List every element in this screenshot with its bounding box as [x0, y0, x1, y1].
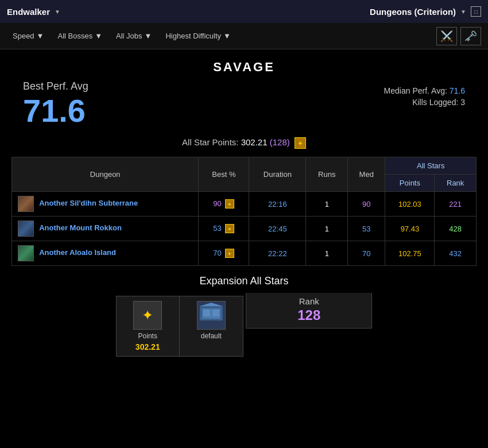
- col-duration: Duration: [249, 157, 306, 192]
- nav-icon-key[interactable]: 🗝️: [460, 27, 481, 45]
- duration-sil: 22:16: [249, 192, 306, 217]
- expansion-cards: ✦ Points 302.21: [116, 296, 243, 357]
- exp-points-value: 302.21: [135, 342, 160, 352]
- med-rok: 53: [348, 217, 385, 241]
- table-row: Another Sil'dihn Subterrane 90 ✦ 22:16 1…: [12, 192, 477, 217]
- expansion-title-label: Expansion All Stars: [11, 275, 477, 287]
- best-pct-alo: 70 ✦: [199, 241, 249, 266]
- nav-speed-arrow: ▼: [37, 32, 44, 40]
- duration-rok: 22:45: [249, 217, 306, 241]
- right-stats: Median Perf. Avg: 71.6 Kills Logged: 3: [384, 80, 465, 109]
- best-pct-sil: 90 ✦: [199, 192, 249, 217]
- runs-rok: 1: [306, 217, 348, 241]
- dungeon-name-rok[interactable]: Another Mount Rokkon: [12, 217, 199, 241]
- dungeon-thumb-rok: [18, 221, 34, 237]
- nav-item-all-bosses[interactable]: All Bosses ▼: [52, 29, 108, 43]
- savage-header: SAVAGE: [11, 49, 477, 80]
- best-perf-label: Best Perf. Avg: [23, 80, 384, 92]
- star-icon-alo: ✦: [225, 249, 234, 258]
- rank-sil: 221: [435, 192, 477, 217]
- nav-item-highest-difficulty[interactable]: Highest Difficulty ▼: [160, 29, 236, 43]
- dungeon-label-alo: Another Aloalo Island: [39, 248, 116, 257]
- top-bar-left: Endwalker ▼: [7, 7, 60, 17]
- expansion-all-stars: Expansion All Stars ✦ Points 302.21: [11, 275, 477, 357]
- table-row: Another Mount Rokkon 53 ✦ 22:45 1 53 97.…: [12, 217, 477, 241]
- nav-icons: ⚔️ 🗝️: [436, 27, 481, 45]
- asp-value: 302.21: [241, 137, 268, 147]
- median-perf-value: 71.6: [450, 86, 465, 95]
- best-perf-value: 71.6: [23, 95, 384, 127]
- col-dungeon: Dungeon: [12, 157, 199, 192]
- dungeon-label-rok: Another Mount Rokkon: [39, 223, 122, 232]
- rank-value: 128: [246, 307, 371, 328]
- content-type-title[interactable]: Dungeons (Criterion): [370, 7, 456, 17]
- window-button[interactable]: □: [471, 6, 481, 17]
- best-pct-rok: 53 ✦: [199, 217, 249, 241]
- col-med: Med: [348, 157, 385, 192]
- median-perf-label: Median Perf. Avg:: [384, 86, 447, 95]
- runs-alo: 1: [306, 241, 348, 266]
- exp-card-dungeon: default: [180, 296, 243, 356]
- expansion-dropdown-icon[interactable]: ▼: [55, 9, 60, 15]
- stats-section: Best Perf. Avg 71.6 Median Perf. Avg: 71…: [11, 80, 477, 133]
- col-runs: Runs: [306, 157, 348, 192]
- asp-star-icon: ✦: [295, 137, 306, 149]
- all-star-points: All Star Points: 302.21 (128) ✦: [11, 133, 477, 157]
- kills-label: Kills Logged:: [412, 98, 458, 107]
- nav-bar: Speed ▼ All Bosses ▼ All Jobs ▼ Highest …: [0, 23, 488, 49]
- nav-difficulty-label: Highest Difficulty: [165, 32, 221, 40]
- points-rok: 97.43: [385, 217, 435, 241]
- svg-rect-3: [203, 310, 210, 316]
- dungeon-table: Dungeon Best % Duration Runs Med All Sta…: [11, 157, 477, 266]
- exp-points-label: Points: [138, 332, 157, 340]
- nav-item-all-jobs[interactable]: All Jobs ▼: [110, 29, 157, 43]
- rank-rok: 428: [435, 217, 477, 241]
- content-type-dropdown-icon[interactable]: ▼: [460, 9, 466, 15]
- points-alo: 102.75: [385, 241, 435, 266]
- med-sil: 90: [348, 192, 385, 217]
- nav-allbosses-arrow: ▼: [95, 32, 102, 40]
- runs-sil: 1: [306, 192, 348, 217]
- svg-rect-4: [212, 310, 219, 316]
- nav-allbosses-label: All Bosses: [57, 32, 92, 40]
- rank-label: Rank: [246, 293, 371, 307]
- exp-dungeon-icon: [197, 301, 226, 330]
- expansion-rank-row: Rank 128: [246, 293, 372, 329]
- nav-alljobs-arrow: ▼: [145, 32, 152, 40]
- asp-rank: (128): [270, 137, 290, 147]
- nav-item-speed[interactable]: Speed ▼: [7, 29, 49, 43]
- dungeon-name-alo[interactable]: Another Aloalo Island: [12, 241, 199, 266]
- col-all-stars: All Stars: [385, 157, 477, 175]
- col-points: Points: [385, 175, 435, 192]
- median-perf-line: Median Perf. Avg: 71.6: [384, 86, 465, 95]
- kills-line: Kills Logged: 3: [384, 98, 465, 107]
- col-rank: Rank: [435, 175, 477, 192]
- top-bar-right: Dungeons (Criterion) ▼ □: [370, 6, 481, 17]
- dungeon-name-sil[interactable]: Another Sil'dihn Subterrane: [12, 192, 199, 217]
- table-row: Another Aloalo Island 70 ✦ 22:22 1 70 10…: [12, 241, 477, 266]
- exp-dungeon-label: default: [201, 332, 222, 340]
- dungeon-thumb-sil: [18, 196, 34, 212]
- exp-points-icon: ✦: [133, 301, 162, 330]
- nav-alljobs-label: All Jobs: [116, 32, 142, 40]
- kills-value: 3: [460, 98, 465, 107]
- nav-difficulty-arrow: ▼: [223, 32, 231, 40]
- asp-label: All Star Points:: [182, 137, 238, 147]
- dungeon-label-sil: Another Sil'dihn Subterrane: [39, 199, 138, 207]
- best-perf-section: Best Perf. Avg 71.6: [23, 80, 384, 127]
- top-bar: Endwalker ▼ Dungeons (Criterion) ▼ □: [0, 0, 488, 23]
- points-sil: 102.03: [385, 192, 435, 217]
- med-alo: 70: [348, 241, 385, 266]
- duration-alo: 22:22: [249, 241, 306, 266]
- nav-icon-sword[interactable]: ⚔️: [436, 27, 457, 45]
- star-icon-sil: ✦: [225, 199, 234, 208]
- dungeon-thumb-alo: [18, 245, 34, 261]
- col-best-pct: Best %: [199, 157, 249, 192]
- nav-speed-label: Speed: [13, 32, 34, 40]
- star-icon-rok: ✦: [225, 224, 234, 233]
- expansion-title[interactable]: Endwalker: [7, 7, 50, 17]
- main-content: SAVAGE Best Perf. Avg 71.6 Median Perf. …: [0, 49, 488, 368]
- rank-alo: 432: [435, 241, 477, 266]
- exp-card-points: ✦ Points 302.21: [117, 296, 180, 356]
